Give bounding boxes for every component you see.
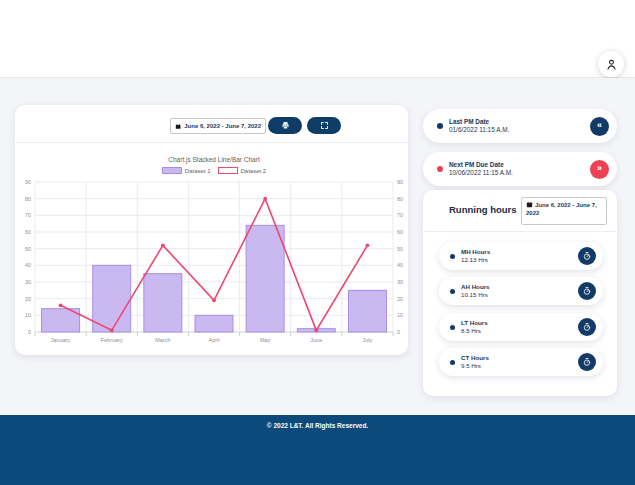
- next-pm-due-card: Next PM Due Date 10/06/2022 11:15 A.M. »: [423, 152, 617, 186]
- svg-text:50: 50: [397, 246, 403, 252]
- running-hours-row-ct: CT Hours 9.5 Hrs: [439, 348, 603, 376]
- user-icon: [605, 58, 618, 71]
- line-bar-chart: 00101020203030404050506060707080809090Ja…: [15, 176, 408, 355]
- gauge-icon: [582, 286, 592, 296]
- svg-text:April: April: [208, 337, 219, 343]
- next-pm-due-value: 10/06/2022 11:15 A.M.: [449, 169, 513, 177]
- running-hours-date-input[interactable]: June 6, 2022 - June 7, 2022: [521, 197, 607, 225]
- svg-text:June: June: [310, 337, 322, 343]
- svg-text:March: March: [155, 337, 170, 343]
- svg-text:January: January: [51, 337, 71, 343]
- ah-hours-button[interactable]: [578, 282, 596, 300]
- legend-label: Dataset 1: [185, 168, 211, 174]
- svg-text:50: 50: [25, 246, 31, 252]
- last-pm-date-label: Last PM Date: [449, 118, 509, 126]
- print-button[interactable]: [268, 117, 302, 134]
- svg-text:60: 60: [397, 229, 403, 235]
- svg-text:20: 20: [397, 296, 403, 302]
- calendar-icon: [175, 123, 181, 130]
- gauge-icon: [582, 251, 592, 261]
- ct-hours-button[interactable]: [578, 353, 596, 371]
- chart-title: Chart.js Stacked Line/Bar Chart: [35, 156, 393, 163]
- last-pm-date-value: 01/6/2022 11:15 A.M.: [449, 126, 509, 134]
- chart-card-header: June 6, 2022 - June 7, 2022: [15, 105, 408, 143]
- bullet-dot: [437, 166, 443, 172]
- svg-text:10: 10: [25, 312, 31, 318]
- dashboard-screen: June 6, 2022 - June 7, 2022 Chart.js Sta…: [0, 0, 635, 485]
- ah-hours-label: AH Hours: [461, 283, 490, 291]
- running-hours-date-text: June 6, 2022 - June 7, 2022: [526, 202, 597, 216]
- print-icon: [281, 121, 290, 130]
- legend-item-dataset1[interactable]: Dataset 1: [162, 167, 211, 174]
- bullet-dot: [450, 360, 455, 365]
- svg-text:30: 30: [397, 279, 403, 285]
- lt-hours-label: LT Hours: [461, 319, 488, 327]
- fullscreen-button[interactable]: [307, 117, 341, 134]
- calendar-icon: [526, 201, 533, 208]
- chart-card: June 6, 2022 - June 7, 2022 Chart.js Sta…: [15, 105, 408, 355]
- svg-text:May: May: [260, 337, 271, 343]
- svg-text:40: 40: [25, 262, 31, 268]
- svg-text:70: 70: [25, 212, 31, 218]
- last-pm-nav-button[interactable]: «: [590, 117, 609, 136]
- lt-hours-button[interactable]: [578, 318, 596, 336]
- mh-hours-value: 12.13 Hrs: [461, 256, 490, 264]
- next-pm-nav-button[interactable]: »: [590, 160, 609, 179]
- svg-text:40: 40: [397, 262, 403, 268]
- legend-item-dataset2[interactable]: Dataset 2: [218, 167, 267, 174]
- svg-text:10: 10: [397, 312, 403, 318]
- svg-text:60: 60: [25, 229, 31, 235]
- gauge-icon: [582, 322, 592, 332]
- legend-swatch-bar: [162, 167, 182, 174]
- last-pm-date-card: Last PM Date 01/6/2022 11:15 A.M. «: [423, 109, 617, 143]
- copyright-text: © 2022 L&T. All Rights Reserved.: [0, 422, 635, 429]
- mh-hours-label: MH Hours: [461, 248, 490, 256]
- svg-text:80: 80: [397, 196, 403, 202]
- ct-hours-value: 9.5 Hrs: [461, 362, 489, 370]
- top-header: [0, 0, 635, 78]
- svg-text:70: 70: [397, 212, 403, 218]
- lt-hours-value: 8.5 Hrs: [461, 327, 488, 335]
- svg-text:80: 80: [25, 196, 31, 202]
- ct-hours-label: CT Hours: [461, 354, 489, 362]
- running-hours-row-mh: MH Hours 12.13 Hrs: [439, 242, 603, 270]
- double-chevron-right-icon: »: [597, 164, 602, 173]
- svg-text:20: 20: [25, 296, 31, 302]
- svg-text:February: February: [101, 337, 123, 343]
- ah-hours-value: 10.15 Hrs: [461, 291, 490, 299]
- footer: © 2022 L&T. All Rights Reserved.: [0, 415, 635, 485]
- bullet-dot: [450, 254, 455, 259]
- fullscreen-icon: [320, 121, 329, 130]
- bullet-dot: [450, 325, 455, 330]
- next-pm-due-label: Next PM Due Date: [449, 161, 513, 169]
- svg-text:July: July: [363, 337, 373, 343]
- legend-swatch-line: [218, 167, 238, 174]
- user-profile-button[interactable]: [598, 51, 624, 77]
- svg-text:30: 30: [25, 279, 31, 285]
- svg-text:0: 0: [28, 329, 31, 335]
- bullet-dot: [450, 289, 455, 294]
- running-hours-title: Running hours: [449, 204, 517, 215]
- svg-text:0: 0: [397, 329, 400, 335]
- bullet-dot: [437, 123, 443, 129]
- legend-label: Dataset 2: [241, 168, 267, 174]
- running-hours-row-lt: LT Hours 8.5 Hrs: [439, 313, 603, 341]
- mh-hours-button[interactable]: [578, 247, 596, 265]
- chart-legend: Dataset 1 Dataset 2: [35, 167, 393, 174]
- gauge-icon: [582, 357, 592, 367]
- running-hours-header: Running hours June 6, 2022 - June 7, 202…: [423, 190, 617, 232]
- chart-date-range-input[interactable]: June 6, 2022 - June 7, 2022: [170, 118, 266, 134]
- svg-text:90: 90: [25, 179, 31, 185]
- running-hours-card: Running hours June 6, 2022 - June 7, 202…: [423, 190, 617, 396]
- running-hours-row-ah: AH Hours 10.15 Hrs: [439, 277, 603, 305]
- double-chevron-left-icon: «: [597, 121, 602, 130]
- svg-text:90: 90: [397, 179, 403, 185]
- chart-date-range-text: June 6, 2022 - June 7, 2022: [184, 123, 261, 129]
